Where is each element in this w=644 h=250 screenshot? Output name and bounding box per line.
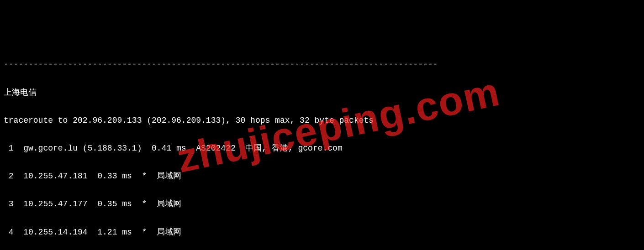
traceroute-hop: 4 10.255.14.194 1.21 ms * 局域网	[4, 225, 640, 240]
traceroute-title: 上海电信	[4, 86, 640, 100]
traceroute-hop: 2 10.255.47.181 0.33 ms * 局域网	[4, 169, 640, 183]
divider-line: ----------------------------------------…	[4, 57, 640, 72]
traceroute-hop: 3 10.255.47.177 0.35 ms * 局域网	[4, 197, 640, 211]
traceroute-header: traceroute to 202.96.209.133 (202.96.209…	[4, 114, 640, 128]
traceroute-hop: 1 gw.gcore.lu (5.188.33.1) 0.41 ms AS202…	[4, 141, 640, 156]
